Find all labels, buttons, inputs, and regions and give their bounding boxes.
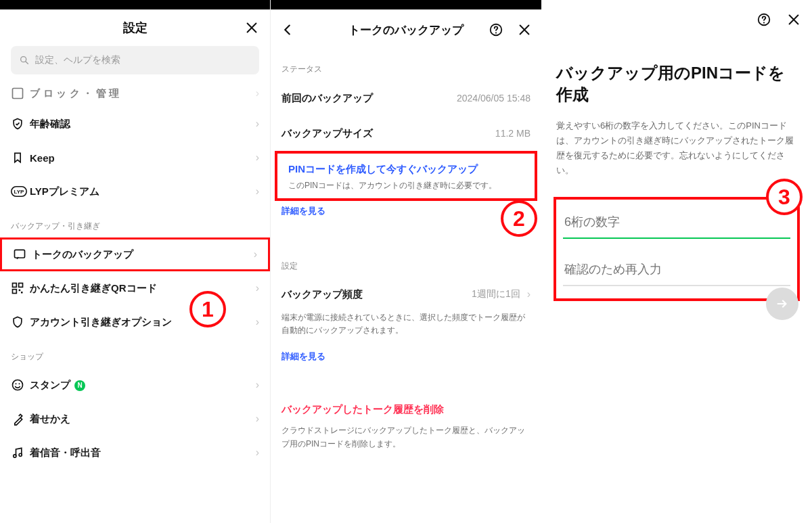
callout-3: 3 [766, 179, 803, 215]
svg-rect-5 [13, 283, 17, 288]
row-ringtone[interactable]: 着信音・呼出音 › [0, 436, 270, 470]
more-link-2[interactable]: 詳細を見る [271, 346, 336, 372]
highlight-box-2: PINコードを作成して今すぐバックアップ このPINコードは、アカウントの引き継… [275, 151, 537, 201]
pin-heading: バックアップ用のPINコードを作成 [556, 62, 797, 106]
callout-2: 2 [501, 200, 537, 237]
chevron-right-icon: › [256, 185, 259, 198]
shield2-icon [11, 315, 30, 329]
row-keep[interactable]: Keep › [0, 141, 270, 175]
pin-header [541, 0, 812, 39]
row-skin[interactable]: 着せかえ › [0, 402, 270, 436]
row-last-backup: 前回のバックアップ 2024/06/05 15:48 [271, 81, 541, 116]
more-link-1[interactable]: 詳細を見る [271, 201, 336, 227]
shield-icon [11, 117, 30, 131]
pin-input[interactable] [563, 206, 790, 239]
row-backup-size: バックアップサイズ 11.2 MB [271, 116, 541, 151]
close-icon[interactable] [244, 20, 259, 35]
row-age[interactable]: 年齢確認 › [0, 107, 270, 141]
help-icon[interactable] [489, 22, 503, 37]
backup-panel: トークのバックアップ ステータス 前回のバックアップ 2024/06/05 15… [271, 0, 541, 523]
settings-title: 設定 [123, 20, 148, 36]
svg-rect-7 [13, 290, 17, 294]
svg-point-10 [13, 380, 23, 390]
create-pin-backup[interactable]: PINコードを作成して今すぐバックアップ このPINコードは、アカウントの引き継… [277, 154, 535, 198]
svg-text:LYP: LYP [14, 189, 24, 195]
chevron-right-icon: › [256, 87, 259, 99]
chevron-right-icon: › [256, 282, 259, 294]
chevron-right-icon: › [256, 447, 259, 459]
highlight-box-3 [554, 197, 800, 301]
svg-point-18 [763, 22, 765, 23]
row-talk-backup[interactable]: トークのバックアップ › [0, 237, 270, 271]
qr-icon [11, 281, 30, 295]
next-button[interactable] [766, 288, 798, 320]
close-icon[interactable] [786, 12, 801, 27]
svg-rect-4 [15, 250, 25, 258]
close-icon[interactable] [517, 22, 532, 37]
freq-desc: 端末が電源に接続されているときに、選択した頻度でトーク履歴が自動的にバックアップ… [271, 311, 541, 346]
backup-header: トークのバックアップ [271, 9, 541, 50]
palette-icon [11, 412, 30, 426]
delete-backup[interactable]: バックアップしたトーク履歴を削除 [271, 392, 541, 424]
section-backup: バックアップ・引き継ぎ [0, 208, 270, 237]
search-icon [19, 55, 30, 66]
row-backup-frequency[interactable]: バックアップ頻度 1週間に1回 › [271, 277, 541, 311]
section-shop: ショップ [0, 339, 270, 368]
status-caption: ステータス [271, 50, 541, 81]
smile-icon [11, 378, 30, 392]
status-bar [271, 0, 541, 9]
blocked-icon [11, 87, 30, 100]
svg-point-13 [14, 455, 16, 457]
pin-panel: バックアップ用のPINコードを作成 覚えやすい6桁の数字を入力してください。この… [541, 0, 812, 523]
chat-backup-icon [13, 248, 32, 261]
search-placeholder: 設定、ヘルプを検索 [35, 54, 120, 66]
back-icon[interactable] [280, 22, 295, 37]
settings-panel: 設定 設定、ヘルプを検索 ブロック・管理 › 年齢確認 › Keep › LYP… [0, 0, 271, 523]
row-qr[interactable]: かんたん引き継ぎQRコード › [0, 271, 270, 305]
svg-point-0 [21, 57, 26, 62]
chevron-right-icon: › [256, 379, 259, 391]
svg-rect-1 [13, 89, 23, 99]
callout-1: 1 [189, 291, 226, 327]
chevron-right-icon: › [256, 316, 259, 328]
svg-rect-8 [19, 290, 21, 292]
status-bar [0, 0, 270, 9]
chevron-right-icon: › [256, 118, 259, 130]
row-stamp[interactable]: スタンプN › [0, 368, 270, 402]
row-account-transfer[interactable]: アカウント引き継ぎオプション › [0, 305, 270, 339]
help-icon[interactable] [757, 12, 771, 27]
row-block[interactable]: ブロック・管理 › [0, 80, 270, 107]
svg-point-12 [19, 383, 20, 384]
svg-rect-6 [19, 283, 23, 288]
chevron-right-icon: › [527, 288, 531, 300]
svg-point-14 [19, 453, 22, 456]
pin-desc: 覚えやすい6桁の数字を入力してください。このPINコードは、アカウントの引き継ぎ… [556, 118, 797, 178]
row-lyp[interactable]: LYP LYPプレミアム › [0, 175, 270, 208]
chevron-right-icon: › [256, 152, 259, 164]
bookmark-icon [11, 151, 30, 164]
music-icon [11, 446, 30, 459]
settings-header: 設定 [0, 9, 270, 46]
settings-caption: 設定 [271, 247, 541, 277]
lyp-icon: LYP [11, 185, 30, 198]
search-input[interactable]: 設定、ヘルプを検索 [11, 46, 259, 74]
pin-confirm-input[interactable] [563, 254, 790, 286]
chevron-right-icon: › [256, 413, 259, 425]
delete-desc: クラウドストレージにバックアップしたトーク履歴と、バックアップ用のPINコードを… [271, 424, 541, 459]
svg-point-11 [16, 383, 17, 384]
chevron-right-icon: › [254, 248, 257, 260]
svg-point-16 [495, 32, 497, 33]
svg-rect-9 [21, 292, 23, 294]
new-badge: N [74, 380, 85, 391]
